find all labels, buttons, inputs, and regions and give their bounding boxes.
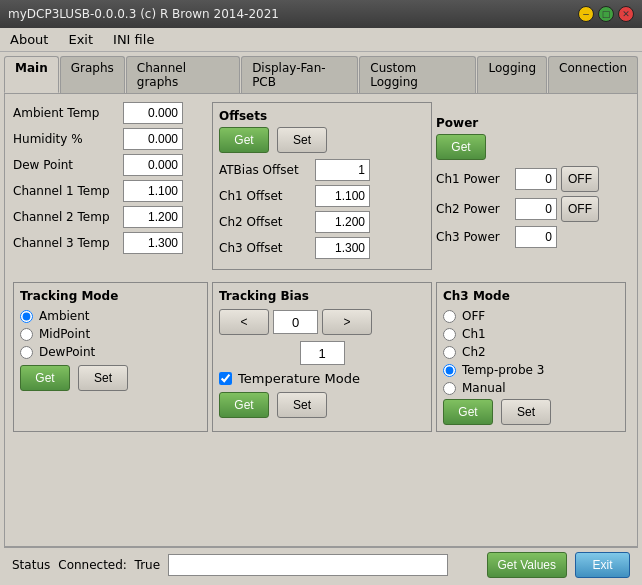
ch3-power-input[interactable] xyxy=(515,226,557,248)
ch3-ch2-label: Ch2 xyxy=(462,345,486,359)
connected-value: True xyxy=(135,558,161,572)
ch3-tempprobe3-radio[interactable] xyxy=(443,364,456,377)
ch2-offset-label: Ch2 Offset xyxy=(219,215,309,229)
tracking-ambient-radio[interactable] xyxy=(20,310,33,323)
tracking-set-button[interactable]: Set xyxy=(78,365,128,391)
temp-mode-checkbox[interactable] xyxy=(219,372,232,385)
ch1-power-row: Ch1 Power OFF xyxy=(436,166,626,192)
bias-display-value[interactable] xyxy=(300,341,345,365)
ch3-tempprobe3-row: Temp-probe 3 xyxy=(443,363,619,377)
exit-button[interactable]: Exit xyxy=(575,552,630,578)
dew-point-value[interactable] xyxy=(123,154,183,176)
close-button[interactable]: ✕ xyxy=(618,6,634,22)
tab-graphs[interactable]: Graphs xyxy=(60,56,125,93)
tracking-dewpoint-radio[interactable] xyxy=(20,346,33,359)
ch1-power-off-button[interactable]: OFF xyxy=(561,166,599,192)
connected-label: Connected: xyxy=(58,558,127,572)
ambient-temp-label: Ambient Temp xyxy=(13,106,123,120)
ch3-manual-row: Manual xyxy=(443,381,619,395)
sensor-ch2-temp: Channel 2 Temp xyxy=(13,206,208,228)
atbias-offset-input[interactable] xyxy=(315,159,370,181)
ch3-ch2-radio[interactable] xyxy=(443,346,456,359)
titlebar-title: myDCP3LUSB-0.0.0.3 (c) R Brown 2014-2021 xyxy=(8,7,279,21)
tracking-get-button[interactable]: Get xyxy=(20,365,70,391)
ch3-manual-label: Manual xyxy=(462,381,506,395)
bias-get-button[interactable]: Get xyxy=(219,392,269,418)
minimize-button[interactable]: − xyxy=(578,6,594,22)
main-window: Main Graphs Channel graphs Display-Fan-P… xyxy=(0,52,642,585)
tab-main[interactable]: Main xyxy=(4,56,59,93)
maximize-button[interactable]: □ xyxy=(598,6,614,22)
atbias-offset-label: ATBias Offset xyxy=(219,163,309,177)
power-title: Power xyxy=(436,116,626,130)
ch1-offset-row: Ch1 Offset xyxy=(219,185,425,207)
sensor-ambient-temp: Ambient Temp xyxy=(13,102,208,124)
ch2-temp-value[interactable] xyxy=(123,206,183,228)
status-connected: Connected: True xyxy=(58,558,160,572)
humidity-value[interactable] xyxy=(123,128,183,150)
menubar: About Exit INI file xyxy=(0,28,642,52)
titlebar-controls: − □ ✕ xyxy=(578,6,634,22)
tab-custom-logging[interactable]: Custom Logging xyxy=(359,56,476,93)
tracking-ambient-label: Ambient xyxy=(39,309,90,323)
ch3-get-button[interactable]: Get xyxy=(443,399,493,425)
status-label: Status xyxy=(12,558,50,572)
atbias-offset-row: ATBias Offset xyxy=(219,159,425,181)
ch3-ch1-radio[interactable] xyxy=(443,328,456,341)
ch3-mode-title: Ch3 Mode xyxy=(443,289,619,303)
ch3-set-button[interactable]: Set xyxy=(501,399,551,425)
tracking-midpoint-row: MidPoint xyxy=(20,327,201,341)
ch3-offset-input[interactable] xyxy=(315,237,370,259)
ambient-temp-value[interactable] xyxy=(123,102,183,124)
ch3-temp-value[interactable] xyxy=(123,232,183,254)
tracking-dewpoint-label: DewPoint xyxy=(39,345,95,359)
humidity-label: Humidity % xyxy=(13,132,123,146)
tracking-ambient-row: Ambient xyxy=(20,309,201,323)
offsets-get-button[interactable]: Get xyxy=(219,127,269,153)
temp-mode-label: Temperature Mode xyxy=(238,371,360,386)
ch1-offset-input[interactable] xyxy=(315,185,370,207)
ch3-offset-label: Ch3 Offset xyxy=(219,241,309,255)
ch3-ch1-label: Ch1 xyxy=(462,327,486,341)
ch2-offset-row: Ch2 Offset xyxy=(219,211,425,233)
ch3-mode-section: Ch3 Mode OFF Ch1 Ch2 Te xyxy=(436,282,626,432)
sensor-humidity: Humidity % xyxy=(13,128,208,150)
tracking-midpoint-radio[interactable] xyxy=(20,328,33,341)
ch3-off-radio[interactable] xyxy=(443,310,456,323)
tracking-bias-section: Tracking Bias < > Temperature Mode Get S… xyxy=(212,282,432,432)
tracking-mode-title: Tracking Mode xyxy=(20,289,201,303)
ch2-offset-input[interactable] xyxy=(315,211,370,233)
bias-dec-button[interactable]: < xyxy=(219,309,269,335)
tab-display-fan-pcb[interactable]: Display-Fan-PCB xyxy=(241,56,358,93)
ch3-off-label: OFF xyxy=(462,309,485,323)
status-bar: Status Connected: True Get Values Exit xyxy=(4,547,638,581)
ch1-temp-label: Channel 1 Temp xyxy=(13,184,123,198)
offsets-section: Offsets Get Set ATBias Offset Ch1 Offset xyxy=(212,102,432,274)
menu-about[interactable]: About xyxy=(6,31,52,48)
offsets-title: Offsets xyxy=(219,109,425,123)
ch2-temp-label: Channel 2 Temp xyxy=(13,210,123,224)
bias-set-button[interactable]: Set xyxy=(277,392,327,418)
tab-connection[interactable]: Connection xyxy=(548,56,638,93)
tracking-mode-section: Tracking Mode Ambient MidPoint DewPoint xyxy=(13,282,208,432)
ch1-temp-value[interactable] xyxy=(123,180,183,202)
tab-logging[interactable]: Logging xyxy=(477,56,547,93)
ch2-power-input[interactable] xyxy=(515,198,557,220)
ch3-manual-radio[interactable] xyxy=(443,382,456,395)
offsets-set-button[interactable]: Set xyxy=(277,127,327,153)
bias-inc-button[interactable]: > xyxy=(322,309,372,335)
power-get-button[interactable]: Get xyxy=(436,134,486,160)
menu-exit[interactable]: Exit xyxy=(64,31,97,48)
menu-ini-file[interactable]: INI file xyxy=(109,31,158,48)
ch3-ch1-row: Ch1 xyxy=(443,327,619,341)
ch1-power-input[interactable] xyxy=(515,168,557,190)
ch2-power-off-button[interactable]: OFF xyxy=(561,196,599,222)
get-values-button[interactable]: Get Values xyxy=(487,552,567,578)
status-input[interactable] xyxy=(168,554,448,576)
ch3-temp-label: Channel 3 Temp xyxy=(13,236,123,250)
bias-value-input[interactable] xyxy=(273,310,318,334)
tab-channel-graphs[interactable]: Channel graphs xyxy=(126,56,240,93)
tab-bar: Main Graphs Channel graphs Display-Fan-P… xyxy=(0,52,642,93)
sensor-readings: Ambient Temp Humidity % Dew Point Channe… xyxy=(13,102,208,274)
temp-mode-row: Temperature Mode xyxy=(219,371,425,386)
